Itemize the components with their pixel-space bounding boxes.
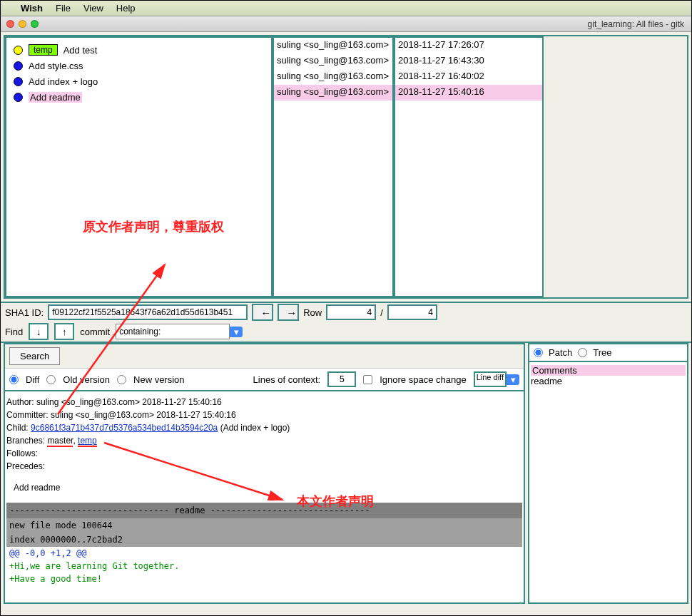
child-hash-link[interactable]: 9c6861f3a71b437d7d5376a534bed14b3594c20a [31,423,218,433]
file-pane: Patch Tree Comments readme [528,343,688,604]
meta-committer: Committer: suling <so_ling@163.com> 2018… [6,409,522,421]
row-label: Row [303,307,322,318]
back-button[interactable]: ← [252,304,273,321]
commit-msg: Add style.css [29,61,83,71]
diff-hunk: @@ -0,0 +1,2 @@ [6,547,522,560]
diff-radio[interactable] [9,375,19,384]
close-icon[interactable] [6,20,14,28]
lines-label: Lines of context: [253,374,321,385]
menu-file[interactable]: File [56,3,71,14]
meta-subject: Add readme [6,473,522,503]
menu-view[interactable]: View [83,3,103,14]
sha-input[interactable] [48,304,248,320]
author-cell: suling <so_ling@163.com> [274,38,392,53]
lines-input[interactable] [327,371,356,387]
commit-list[interactable]: temp Add test Add style.css Add index + … [5,36,273,297]
menubar: Wish File View Help [1,1,691,16]
minimize-icon[interactable] [19,20,26,28]
search-button[interactable]: Search [9,347,60,365]
line-diff-select[interactable]: Line diff [474,371,507,387]
sha-label: SHA1 ID: [5,307,44,318]
tree-radio[interactable] [578,348,587,357]
branch-master[interactable]: master [47,436,73,447]
commit-panes: temp Add test Add style.css Add index + … [4,35,688,299]
commit-msg: Add readme [29,92,82,103]
date-cell: 2018-11-27 16:40:02 [395,69,542,85]
diff-index: index 0000000..7c2bad2 [6,533,522,547]
author-cell: suling <so_ling@163.com> [274,85,392,101]
sha-bar: SHA1 ID: ← → Row / [1,302,691,322]
patch-label: Patch [549,347,572,358]
find-next-button[interactable]: ↓ [29,323,49,340]
diff-add-line: +Hi,we are learning Git together. [6,560,522,573]
find-prev-button[interactable]: ↑ [54,323,74,340]
ignore-label: Ignore space change [380,374,466,385]
date-cell: 2018-11-27 16:43:30 [395,53,542,69]
new-label: New version [133,374,185,385]
dropdown-icon[interactable]: ▾ [507,374,519,385]
meta-author: Author: suling <so_ling@163.com> 2018-11… [6,396,522,409]
commit-row: Add readme [9,89,268,105]
commit-row: temp Add test [9,42,268,58]
window-titlebar: git_learning: All files - gitk [1,16,691,32]
commit-dot-icon [14,77,23,86]
row-current[interactable] [326,304,376,320]
dropdown-icon[interactable]: ▾ [230,327,243,337]
commit-dot-icon [14,46,23,55]
find-bar: Find ↓ ↑ commit ▾ [1,322,691,343]
row-sep: / [380,307,383,318]
date-list[interactable]: 2018-11-27 17:26:07 2018-11-27 16:43:30 … [394,36,544,297]
author-cell: suling <so_ling@163.com> [274,53,392,69]
lower-panes: Search Diff Old version New version Line… [1,343,691,607]
zoom-icon[interactable] [31,20,39,28]
app-name[interactable]: Wish [21,3,43,14]
meta-precedes: Precedes: [6,460,522,473]
diff-pane: Search Diff Old version New version Line… [4,343,525,604]
branch-tag[interactable]: temp [29,44,58,56]
find-type-select[interactable] [116,324,230,339]
date-cell: 2018-11-27 15:40:16 [395,85,542,101]
find-label: Find [5,327,23,337]
diff-add-line: +Have a good time! [6,573,522,585]
commit-dot-icon [14,61,23,71]
commit-row: Add style.css [9,58,268,73]
diff-mode: new file mode 100644 [6,518,522,533]
commit-dot-icon [14,93,23,102]
window-title: git_learning: All files - gitk [588,19,684,29]
author-list[interactable]: suling <so_ling@163.com> suling <so_ling… [273,36,394,297]
author-cell: suling <so_ling@163.com> [274,69,392,85]
branch-temp[interactable]: temp [78,436,97,447]
meta-child-label: Child: [6,423,29,433]
old-label: Old version [63,374,110,385]
old-radio[interactable] [46,375,56,384]
find-mode[interactable]: commit [80,327,110,337]
commit-row: Add index + logo [9,73,268,89]
new-radio[interactable] [117,375,126,384]
child-msg: (Add index + logo) [220,423,290,433]
patch-radio[interactable] [534,348,543,357]
commit-meta[interactable]: Author: suling <so_ling@163.com> 2018-11… [5,391,524,602]
meta-follows: Follows: [6,447,522,460]
tree-label: Tree [593,347,611,358]
date-cell: 2018-11-27 17:26:07 [395,38,542,53]
diff-toolbar: Diff Old version New version Lines of co… [5,369,524,391]
commit-msg: Add index + logo [29,76,98,87]
diff-file-header: ------------------------------- readme -… [6,503,522,518]
row-total [387,304,437,320]
file-name[interactable]: readme [531,376,686,386]
commit-msg: Add test [63,45,98,56]
ignore-space-checkbox[interactable] [363,375,372,384]
comments-label[interactable]: Comments [531,365,686,376]
menu-help[interactable]: Help [116,3,136,14]
forward-button[interactable]: → [278,304,299,321]
meta-branches-label: Branches: [6,436,45,446]
diff-label: Diff [26,374,39,385]
